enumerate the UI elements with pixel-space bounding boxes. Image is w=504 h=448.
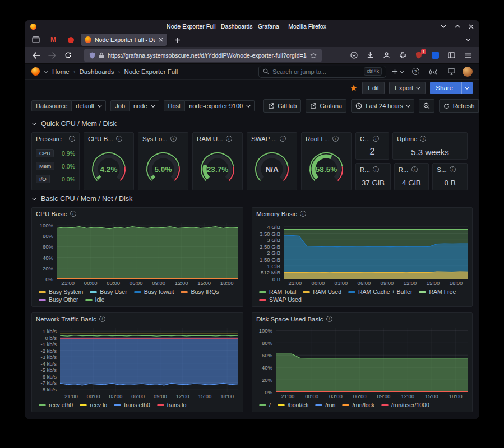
favorite-star-icon[interactable] [350, 84, 358, 92]
password-manager-icon[interactable] [428, 49, 442, 62]
active-tab[interactable]: Node Exporter Full - Dashbo [81, 34, 167, 46]
pocket-icon[interactable] [346, 49, 361, 62]
refresh-button[interactable]: Refresh [439, 99, 479, 113]
tracking-protection-shield-icon[interactable] [89, 52, 95, 59]
panel-info-icon[interactable]: i [373, 166, 379, 172]
legend-item-busy-system[interactable]: Busy System [39, 288, 83, 295]
breadcrumb-dashboards[interactable]: Dashboards [80, 68, 114, 75]
legend-item--run[interactable]: /run [315, 402, 335, 408]
panel-info-icon[interactable]: i [411, 166, 418, 172]
legend-item-idle[interactable]: Idle [85, 296, 105, 303]
window-titlebar[interactable]: Node Exporter Full - Dashboards - Grafan… [25, 20, 479, 32]
swap-used-gauge[interactable]: N/A [247, 144, 297, 190]
zoom-out-button[interactable] [419, 99, 434, 113]
pinned-tab-extension[interactable] [63, 34, 78, 45]
legend-item-ram-used[interactable]: RAM Used [303, 288, 341, 295]
panel-info-icon[interactable]: i [170, 136, 177, 142]
account-icon[interactable] [379, 49, 394, 62]
memory-basic-plot[interactable] [284, 223, 468, 279]
root-fs-gauge[interactable]: 58.5% [302, 144, 351, 190]
legend-item--run-user-1000[interactable]: /run/user/1000 [381, 402, 429, 408]
legend-item-recv-eth0[interactable]: recv eth0 [39, 402, 73, 408]
host-label: Host [164, 100, 186, 111]
new-item-icon[interactable] [391, 66, 404, 78]
downloads-icon[interactable] [363, 49, 377, 62]
legend-item-ram-total[interactable]: RAM Total [259, 288, 296, 295]
minimize-icon[interactable] [441, 25, 446, 28]
legend-item-ram-cache-buffer[interactable]: RAM Cache + Buffer [348, 288, 412, 295]
back-icon[interactable] [29, 49, 44, 62]
legend-item--[interactable]: / [259, 402, 271, 408]
search-input[interactable]: Search or jump to... ctrl+k [258, 66, 386, 78]
edit-button[interactable]: Edit [362, 82, 385, 94]
cpu-basic-plot[interactable] [57, 223, 238, 279]
cpu-busy-gauge[interactable]: 4.2% [84, 144, 133, 190]
firefox-view-icon[interactable] [29, 34, 43, 45]
panel-info-icon[interactable]: i [69, 136, 75, 142]
panel-info-icon[interactable]: i [280, 136, 286, 142]
section-basic-cpu-mem-net-disk[interactable]: Basic CPU / Mem / Net / Disk [25, 190, 479, 207]
github-link-button[interactable]: GitHub [263, 99, 301, 113]
panel-swap-used: SWAP ...i N/A [247, 132, 297, 190]
section-quick-cpu-mem-disk[interactable]: Quick CPU / Mem / Disk [25, 115, 479, 132]
panel-info-icon[interactable]: i [326, 316, 332, 322]
legend-item-busy-iowait[interactable]: Busy Iowait [134, 288, 174, 295]
forward-icon[interactable] [45, 49, 59, 62]
close-icon[interactable] [469, 24, 474, 29]
help-icon[interactable]: ? [409, 66, 422, 78]
job-select[interactable]: node [130, 100, 159, 111]
menu-icon[interactable] [460, 49, 475, 62]
ublock-shield-icon[interactable]: 1 [411, 49, 426, 62]
refresh-interval-select[interactable]: 1m [479, 99, 479, 113]
panel-info-icon[interactable]: i [373, 136, 379, 142]
org-switcher-chevron-icon[interactable] [44, 68, 48, 73]
url-bar[interactable]: https://grafana.systemsobscure.net/d/rYd… [84, 49, 322, 62]
news-icon[interactable] [427, 66, 440, 78]
lock-icon[interactable] [99, 52, 104, 59]
legend-item-trans-lo[interactable]: trans lo [157, 402, 186, 408]
reload-icon[interactable] [61, 49, 75, 62]
legend-item--boot-efi[interactable]: /boot/efi [278, 402, 308, 408]
legend-item-trans-eth0[interactable]: trans eth0 [114, 402, 150, 408]
extensions-icon[interactable] [395, 49, 410, 62]
pinned-tab-gmail[interactable]: M [46, 34, 61, 45]
legend-item-ram-free[interactable]: RAM Free [419, 288, 456, 295]
sys-load-gauge[interactable]: 5.0% [138, 144, 188, 190]
panel-info-icon[interactable]: i [300, 211, 306, 217]
panel-info-icon[interactable]: i [420, 136, 426, 142]
time-range-picker[interactable]: Last 24 hours [351, 99, 414, 113]
legend-item-swap-used[interactable]: SWAP Used [259, 296, 302, 303]
legend-item-busy-other[interactable]: Busy Other [39, 296, 78, 303]
share-button[interactable]: Share [430, 82, 473, 94]
host-select[interactable]: node-exporter:9100 [185, 100, 255, 111]
panel-info-icon[interactable]: i [99, 316, 105, 322]
panel-info-icon[interactable]: i [332, 136, 339, 142]
monitor-icon[interactable] [445, 66, 458, 78]
panel-network-traffic-basic: Network Traffic Basici 1 kb/s0 b/s-1 kb/… [31, 312, 243, 412]
panel-info-icon[interactable]: i [450, 166, 456, 172]
bookmark-star-icon[interactable] [310, 52, 317, 59]
y-axis: 100%80%60%40%20%0% [35, 223, 57, 279]
export-button[interactable]: Export [389, 82, 426, 94]
breadcrumb-home[interactable]: Home [52, 68, 70, 75]
sidebar-icon[interactable] [444, 49, 459, 62]
legend-item-recv-lo[interactable]: recv lo [80, 402, 107, 408]
user-avatar[interactable] [463, 67, 473, 77]
panel-info-icon[interactable]: i [116, 136, 122, 142]
disk-basic-plot[interactable] [276, 328, 468, 392]
list-all-tabs-icon[interactable] [461, 34, 475, 45]
network-basic-plot[interactable] [60, 328, 238, 392]
grafana-logo-icon[interactable] [31, 67, 40, 76]
panel-info-icon[interactable]: i [226, 136, 232, 142]
grafana-link-button[interactable]: Grafana [306, 99, 346, 113]
ram-used-gauge[interactable]: 23.7% [193, 144, 242, 190]
legend-item--run-lock[interactable]: /run/lock [342, 402, 374, 408]
panel-info-icon[interactable]: i [70, 211, 76, 217]
maximize-icon[interactable] [455, 25, 460, 28]
url-text[interactable]: https://grafana.systemsobscure.net/d/rYd… [108, 52, 307, 59]
legend-item-busy-irqs[interactable]: Busy IRQs [181, 288, 219, 295]
new-tab-icon[interactable] [170, 34, 184, 45]
datasource-select[interactable]: default [72, 100, 106, 111]
legend-item-busy-user[interactable]: Busy User [90, 288, 127, 295]
tab-close-icon[interactable] [159, 38, 163, 42]
